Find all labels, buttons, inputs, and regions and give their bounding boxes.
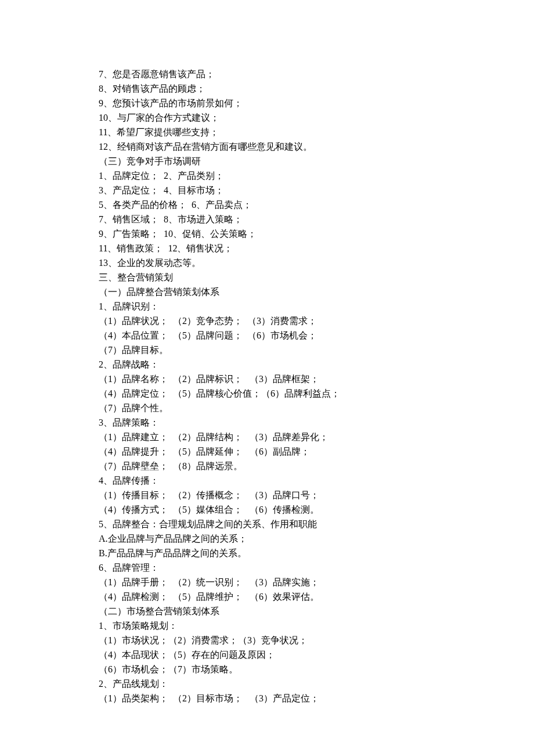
text-line: （1）品牌状况； （2）竞争态势； （3）消费需求； (99, 314, 435, 328)
text-line: 7、您是否愿意销售该产品； (99, 67, 435, 81)
text-line: （1）品牌建立； （2）品牌结构； （3）品牌差异化； (99, 430, 435, 444)
text-line: 8、对销售该产品的顾虑； (99, 81, 435, 96)
text-line: 12、经销商对该产品在营销方面有哪些意见和建议。 (99, 139, 435, 154)
text-line: （1）市场状况；（2）消费需求；（3）竞争状况； (99, 633, 435, 647)
text-line: （6）市场机会；（7）市场策略。 (99, 662, 435, 676)
text-line: （7）品牌壁垒； （8）品牌远景。 (99, 459, 435, 473)
text-line: 6、品牌管理： (99, 560, 435, 575)
text-line: 10、与厂家的合作方式建议； (99, 110, 435, 125)
text-line: （三）竞争对手市场调研 (99, 154, 435, 168)
text-line: B.产品品牌与产品品牌之间的关系。 (99, 546, 435, 560)
text-line: 5、各类产品的价格； 6、产品卖点； (99, 197, 435, 212)
text-line: （4）品牌定位； （5）品牌核心价值；（6）品牌利益点； (99, 386, 435, 401)
text-line: （一）品牌整合营销策划体系 (99, 285, 435, 299)
text-line: 9、广告策略； 10、促销、公关策略； (99, 226, 435, 241)
text-line: （1）传播目标； （2）传播概念； （3）品牌口号； (99, 488, 435, 502)
text-line: 1、品牌定位； 2、产品类别； (99, 168, 435, 183)
text-line: 1、品牌识别： (99, 299, 435, 314)
text-line: （4）品牌检测； （5）品牌维护； （6）效果评估。 (99, 589, 435, 604)
text-line: （1）品牌手册； （2）统一识别； （3）品牌实施； (99, 575, 435, 589)
text-line: 13、企业的发展动态等。 (99, 255, 435, 270)
text-line: 3、品牌策略： (99, 415, 435, 430)
text-line: 4、品牌传播： (99, 473, 435, 488)
text-line: （4）本品位置； （5）品牌问题； （6）市场机会； (99, 328, 435, 343)
text-line: 11、希望厂家提供哪些支持； (99, 125, 435, 139)
text-line: 1、市场策略规划： (99, 618, 435, 633)
text-line: 2、产品线规划： (99, 676, 435, 691)
text-line: 11、销售政策； 12、销售状况； (99, 241, 435, 255)
text-line: 3、产品定位； 4、目标市场； (99, 183, 435, 197)
text-line: （7）品牌个性。 (99, 401, 435, 415)
document-body: 7、您是否愿意销售该产品；8、对销售该产品的顾虑；9、您预计该产品的市场前景如何… (99, 67, 435, 705)
text-line: A.企业品牌与产品品牌之间的关系； (99, 531, 435, 546)
text-line: 9、您预计该产品的市场前景如何； (99, 96, 435, 110)
text-line: （7）品牌目标。 (99, 343, 435, 357)
text-line: （4）本品现状；（5）存在的问题及原因； (99, 647, 435, 662)
text-line: （4）品牌提升； （5）品牌延伸； （6）副品牌； (99, 444, 435, 459)
text-line: 2、品牌战略： (99, 357, 435, 372)
text-line: （1）品牌名称； （2）品牌标识； （3）品牌框架； (99, 372, 435, 386)
text-line: 5、品牌整合：合理规划品牌之间的关系、作用和职能 (99, 517, 435, 531)
text-line: （1）品类架构； （2）目标市场； （3）产品定位； (99, 691, 435, 705)
text-line: 7、销售区域； 8、市场进入策略； (99, 212, 435, 226)
text-line: （4）传播方式； （5）媒体组合； （6）传播检测。 (99, 502, 435, 517)
text-line: （二）市场整合营销策划体系 (99, 604, 435, 618)
text-line: 三、整合营销策划 (99, 270, 435, 285)
